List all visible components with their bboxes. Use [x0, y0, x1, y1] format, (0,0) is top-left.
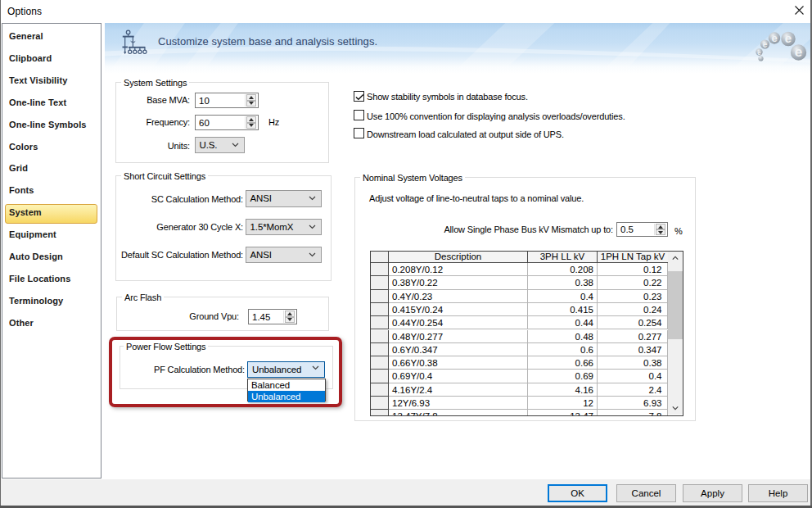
svg-text:e: e: [757, 49, 761, 57]
svg-text:e: e: [795, 44, 802, 60]
svg-text:e: e: [763, 40, 768, 49]
svg-text:e: e: [771, 32, 777, 44]
svg-text:e: e: [785, 31, 792, 45]
